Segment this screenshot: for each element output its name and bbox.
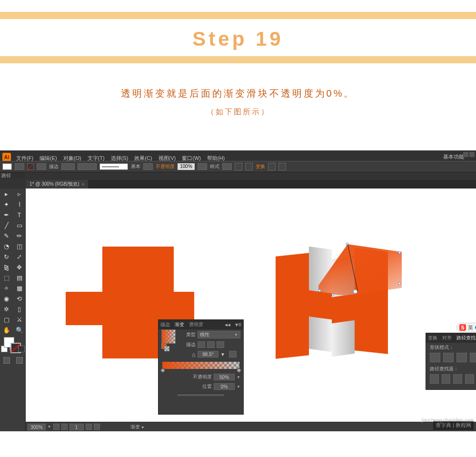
blob-brush-tool-icon[interactable]: ◔	[0, 241, 13, 251]
symbol-sprayer-tool-icon[interactable]: ✲	[0, 304, 13, 314]
gradient-tool-icon[interactable]: ▦	[13, 283, 26, 293]
stroke-align-within-icon[interactable]	[198, 341, 205, 348]
chevron-down-icon[interactable]: ▼	[237, 385, 240, 389]
column-graph-tool-icon[interactable]: ▯	[13, 304, 26, 314]
unite-icon[interactable]	[430, 353, 440, 362]
exclude-icon[interactable]	[470, 353, 476, 362]
opacity-field[interactable]: 100%	[178, 163, 195, 170]
stroke-align-along-icon[interactable]	[207, 341, 215, 348]
brush-preview[interactable]	[99, 163, 128, 170]
tab-align[interactable]: 对齐	[442, 335, 452, 341]
divide-icon[interactable]	[430, 374, 439, 384]
anchor-point[interactable]	[318, 289, 321, 292]
paintbrush-tool-icon[interactable]: ✎	[0, 230, 13, 241]
opacity-dropdown[interactable]	[198, 163, 207, 170]
opacity-label[interactable]: 不透明度	[156, 163, 175, 170]
width-tool-icon[interactable]: ⧎	[0, 262, 13, 272]
stop-opacity-field[interactable]: 50%	[214, 374, 235, 380]
slice-tool-icon[interactable]: ⚔	[13, 314, 26, 325]
anchor-point[interactable]	[332, 294, 334, 296]
align-icon[interactable]	[245, 163, 253, 170]
artboard-number-field[interactable]: 1	[69, 424, 84, 430]
next-artboard-icon[interactable]	[86, 424, 92, 430]
fill-dropdown[interactable]	[15, 163, 24, 170]
stroke-align-across-icon[interactable]	[217, 341, 224, 348]
pencil-tool-icon[interactable]: ✏	[13, 230, 26, 241]
eraser-tool-icon[interactable]: ◫	[13, 241, 26, 251]
minus-front-icon[interactable]	[443, 353, 454, 362]
anchor-point[interactable]	[398, 282, 401, 285]
crop-icon[interactable]	[465, 374, 474, 384]
type-dropdown[interactable]: 线性 ▼	[198, 331, 240, 338]
rectangle-tool-icon[interactable]: ▭	[13, 220, 26, 230]
angle-dropdown-icon[interactable]: ▼	[220, 352, 225, 357]
zoom-dropdown-icon[interactable]: ▼	[48, 425, 51, 429]
isolate-icon[interactable]	[268, 163, 276, 170]
mesh-tool-icon[interactable]: ✧	[0, 283, 13, 293]
stop-position-field[interactable]: 0%	[214, 383, 235, 390]
perspective-tool-icon[interactable]: ▤	[13, 272, 26, 283]
tab-stroke[interactable]: 描边	[160, 321, 170, 328]
selection-tool-icon[interactable]: ▸	[0, 189, 13, 199]
fill-swatch[interactable]	[2, 163, 12, 170]
zoom-field[interactable]: 300%	[28, 424, 46, 430]
minimize-button[interactable]	[463, 152, 468, 157]
gradient-thumbnail[interactable]	[161, 329, 176, 344]
prev-artboard-icon[interactable]	[61, 424, 68, 430]
stroke-dropdown[interactable]	[37, 163, 46, 170]
stroke-weight-field[interactable]	[61, 163, 75, 170]
tab-transform[interactable]: 变换	[428, 335, 437, 341]
fill-stroke-mini[interactable]	[161, 344, 169, 350]
canvas[interactable]: 描边 渐变 透明度 ◂◂ ▾≡ 类型	[26, 189, 476, 422]
status-dropdown-icon[interactable]: ▸	[142, 424, 144, 429]
full-screen-icon[interactable]	[16, 357, 23, 364]
ime-lang[interactable]: 英	[468, 324, 473, 331]
scale-tool-icon[interactable]: ⤢	[13, 251, 26, 262]
tab-transparency[interactable]: 透明度	[189, 321, 203, 328]
intersect-icon[interactable]	[456, 353, 467, 362]
stroke-swatch-none[interactable]	[27, 163, 34, 170]
close-tab-icon[interactable]: ×	[82, 182, 85, 187]
free-transform-tool-icon[interactable]: ✥	[13, 262, 26, 272]
panel-collapse-icon[interactable]: ◂◂	[225, 321, 230, 328]
shape-builder-tool-icon[interactable]: ⬚	[0, 272, 13, 283]
type-tool-icon[interactable]: T	[13, 209, 26, 220]
chevron-down-icon[interactable]: ▼	[237, 375, 240, 379]
gradient-panel[interactable]: 描边 渐变 透明度 ◂◂ ▾≡ 类型	[158, 319, 244, 415]
normal-screen-icon[interactable]	[3, 357, 10, 364]
anchor-point[interactable]	[398, 251, 401, 254]
panel-resize-grip[interactable]	[178, 393, 224, 396]
style-dropdown[interactable]	[222, 163, 232, 170]
lasso-tool-icon[interactable]: ⌇	[13, 199, 26, 209]
zoom-tool-icon[interactable]: 🔍	[13, 325, 26, 335]
artwork-3d-h[interactable]	[276, 244, 409, 368]
tab-gradient[interactable]: 渐变	[175, 321, 184, 328]
last-artboard-icon[interactable]	[94, 424, 100, 430]
sogou-ime-bar[interactable]: S 英 ， ◧	[456, 323, 476, 332]
merge-icon[interactable]	[453, 374, 462, 384]
recolor-icon[interactable]	[235, 163, 242, 170]
artboard-tool-icon[interactable]: ▢	[0, 314, 13, 325]
document-tab[interactable]: 1* @ 300% (RGB/预览) ×	[26, 180, 88, 189]
workspace-switcher[interactable]: 基本功能	[443, 153, 464, 160]
line-tool-icon[interactable]: ╱	[0, 220, 13, 230]
extra-icon[interactable]	[278, 163, 286, 170]
brush-dropdown[interactable]	[143, 163, 153, 170]
blend-tool-icon[interactable]: ⟲	[13, 293, 26, 304]
pen-tool-icon[interactable]: ✒	[0, 209, 13, 220]
angle-field[interactable]: 98.5°	[198, 351, 218, 358]
gradient-ramp[interactable]	[162, 362, 239, 369]
tab-pathfinder[interactable]: 路径查找器	[456, 335, 476, 341]
magic-wand-tool-icon[interactable]: ✦	[0, 199, 13, 209]
hand-tool-icon[interactable]: ✋	[0, 325, 13, 335]
panel-menu-icon[interactable]: ▾≡	[235, 321, 241, 328]
close-button[interactable]	[469, 152, 475, 157]
trim-icon[interactable]	[442, 374, 451, 384]
first-artboard-icon[interactable]	[53, 424, 60, 430]
eyedropper-tool-icon[interactable]: ◉	[0, 293, 13, 304]
direct-selection-tool-icon[interactable]: ▹	[13, 189, 26, 199]
transform-label[interactable]: 变换	[256, 163, 265, 170]
rotate-tool-icon[interactable]: ↻	[0, 251, 13, 262]
none-mode-icon[interactable]	[18, 346, 25, 352]
aspect-lock-icon[interactable]	[229, 351, 237, 358]
